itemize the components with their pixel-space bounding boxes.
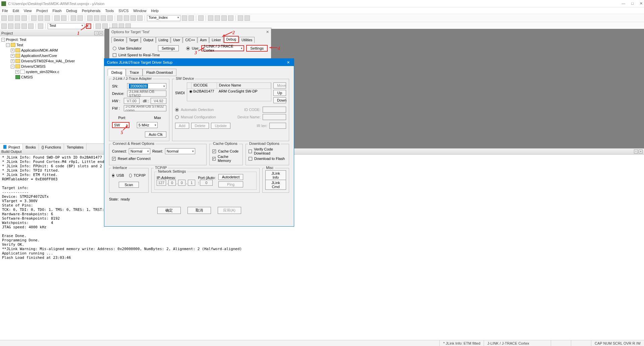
settings-left-button[interactable]: Settings: [158, 45, 179, 51]
brk-kill-icon[interactable]: [228, 15, 233, 21]
tab-device[interactable]: Device: [111, 37, 126, 43]
menu-tools[interactable]: Tools: [105, 9, 114, 13]
books-icon[interactable]: [102, 23, 108, 29]
brk-insert-icon[interactable]: [208, 15, 213, 21]
options-close-icon[interactable]: ✕: [266, 30, 269, 34]
open-icon[interactable]: [8, 15, 13, 21]
tree-target[interactable]: Test: [16, 43, 23, 47]
menu-edit[interactable]: Edit: [13, 9, 19, 13]
window-icon[interactable]: [238, 15, 243, 21]
menu-help[interactable]: Help: [151, 9, 159, 13]
uncomment-icon[interactable]: [137, 15, 143, 21]
connect-combo[interactable]: Normal: [129, 148, 150, 154]
menu-file[interactable]: File: [2, 9, 8, 13]
tab-functions[interactable]: {} Functions: [39, 144, 64, 150]
up-button[interactable]: Up: [273, 90, 286, 96]
tab-templates[interactable]: Templates: [64, 144, 87, 150]
tab-debug[interactable]: Debug: [224, 36, 239, 43]
debug-icon[interactable]: [198, 15, 204, 21]
jlink-cmd-button[interactable]: JLink Cmd: [265, 180, 286, 190]
menu-project[interactable]: Project: [36, 9, 48, 13]
redo-icon[interactable]: [61, 15, 66, 21]
ok-button[interactable]: 确定: [157, 207, 181, 214]
tab-project[interactable]: 📘 Project: [0, 144, 23, 150]
stop-build-icon[interactable]: [28, 23, 34, 29]
menu-svcs[interactable]: SVCS: [118, 9, 128, 13]
tab-target[interactable]: Target: [127, 37, 141, 43]
jlink-tab-trace[interactable]: Trace: [126, 69, 143, 76]
save-icon[interactable]: [15, 15, 20, 21]
tab-linker[interactable]: Linker: [209, 37, 223, 43]
nav-fwd-icon[interactable]: [77, 15, 83, 21]
build-output-text[interactable]: * JLink Info: Found SWD-DP with ID 0x2BA…: [0, 155, 644, 340]
bo-pin-icon[interactable]: ▫: [634, 150, 638, 154]
tab-utilities[interactable]: Utilities: [239, 37, 255, 43]
rebuild-icon[interactable]: [15, 23, 20, 29]
jlink-tab-debug[interactable]: Debug: [108, 69, 126, 76]
config-icon[interactable]: [245, 15, 250, 21]
saveall-icon[interactable]: [21, 15, 27, 21]
bo-close-icon[interactable]: ×: [639, 150, 643, 154]
usb-radio[interactable]: [112, 174, 114, 177]
reset-combo[interactable]: Normal: [165, 148, 195, 154]
debug-driver-combo[interactable]: J-LINK / J-TRACE Cortex: [201, 45, 244, 51]
brk-enable-icon[interactable]: [215, 15, 220, 21]
auto-clk-button[interactable]: Auto Clk: [145, 131, 166, 137]
down-button[interactable]: Down: [273, 97, 286, 103]
tcpip-radio[interactable]: [129, 174, 131, 177]
nav-back-icon[interactable]: [71, 15, 76, 21]
tab-listing[interactable]: Listing: [156, 37, 170, 43]
indent-icon[interactable]: [117, 15, 122, 21]
brk-disable-icon[interactable]: [221, 15, 227, 21]
target-combo[interactable]: Test: [48, 23, 85, 29]
menu-window[interactable]: Window: [133, 9, 146, 13]
new-icon[interactable]: [1, 15, 7, 21]
menu-debug[interactable]: Debug: [66, 9, 77, 13]
tree-group[interactable]: Drivers/CMSIS: [21, 64, 46, 68]
panel-pin-icon[interactable]: ▫: [94, 31, 98, 35]
bookmark-next-icon[interactable]: [94, 15, 99, 21]
jlink-tab-flash[interactable]: Flash Download: [143, 69, 176, 76]
tab-cpp[interactable]: C/C++: [183, 37, 197, 43]
tree-group[interactable]: Drivers/STM32F4xx_HAL_Driver: [21, 59, 75, 63]
bookmark-prev-icon[interactable]: [101, 15, 106, 21]
cache-mem-checkbox[interactable]: ✓: [212, 157, 216, 161]
cut-icon[interactable]: [31, 15, 37, 21]
verify-checkbox[interactable]: [249, 150, 252, 153]
tree-cmsis[interactable]: CMSIS: [21, 75, 33, 79]
tree-group[interactable]: Application/User/Core: [21, 54, 57, 58]
use-driver-radio[interactable]: [186, 47, 190, 50]
panel-close-icon[interactable]: ×: [99, 31, 103, 35]
tab-user[interactable]: User: [171, 37, 182, 43]
limit-speed-checkbox[interactable]: [113, 53, 116, 57]
close-button[interactable]: ✕: [640, 1, 643, 6]
function-combo[interactable]: Tone_Index: [147, 15, 180, 21]
cancel-button[interactable]: 取消: [187, 207, 211, 214]
tab-output[interactable]: Output: [141, 37, 156, 43]
paste-icon[interactable]: [45, 15, 50, 21]
find1-icon[interactable]: [182, 15, 187, 21]
jlink-close-icon[interactable]: ✕: [285, 60, 291, 65]
sn-field[interactable]: 20090928: [129, 84, 148, 89]
autodetect-button[interactable]: Autodetect: [218, 174, 244, 180]
options-for-target-icon[interactable]: [86, 23, 91, 29]
menu-peripherals[interactable]: Peripherals: [82, 9, 101, 13]
manage-icon[interactable]: [96, 23, 101, 29]
cache-code-checkbox[interactable]: ✓: [212, 150, 216, 153]
port-combo[interactable]: SW: [112, 122, 129, 128]
batch-build-icon[interactable]: [21, 23, 27, 29]
bookmark-clear-icon[interactable]: [107, 15, 113, 21]
scan-button[interactable]: Scan: [119, 182, 139, 188]
bookmark-icon[interactable]: [87, 15, 93, 21]
project-tree[interactable]: −Project: Test −Test +Application/MDK-AR…: [0, 36, 104, 143]
undo-icon[interactable]: [54, 15, 60, 21]
reset-after-checkbox[interactable]: ✓: [112, 157, 116, 161]
download-icon[interactable]: [38, 23, 43, 29]
sw-idcode[interactable]: 0x2BA01477: [191, 89, 217, 95]
settings-right-button[interactable]: Settings: [246, 45, 268, 52]
find2-icon[interactable]: [189, 15, 194, 21]
sw-devname[interactable]: ARM CoreSight SW-DP: [217, 89, 260, 95]
use-simulator-radio[interactable]: [113, 47, 116, 50]
comment-icon[interactable]: [130, 15, 136, 21]
tab-books[interactable]: Books: [23, 144, 39, 150]
